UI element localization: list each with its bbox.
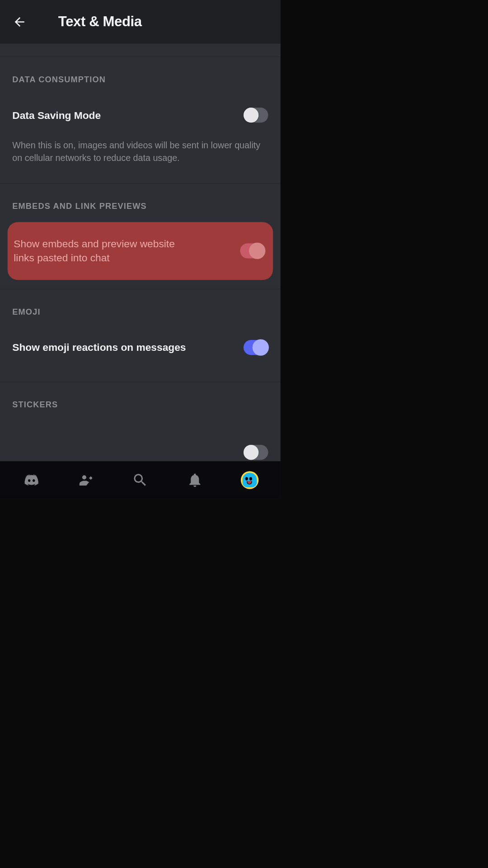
page-title: Text & Media bbox=[58, 14, 142, 30]
header-bar: Text & Media bbox=[0, 0, 281, 44]
toggle-knob bbox=[244, 445, 258, 460]
bottom-nav bbox=[0, 461, 281, 499]
back-button[interactable] bbox=[12, 14, 27, 29]
section-heading-embeds: EMBEDS AND LINK PREVIEWS bbox=[0, 184, 281, 218]
settings-content: DATA CONSUMPTION Data Saving Mode When t… bbox=[0, 44, 281, 461]
friends-icon bbox=[77, 472, 94, 488]
arrow-left-icon bbox=[12, 14, 27, 29]
nav-profile[interactable] bbox=[238, 468, 262, 492]
toggle-knob bbox=[244, 108, 258, 123]
search-icon bbox=[132, 472, 148, 488]
toggle-knob bbox=[249, 243, 265, 259]
setting-label: Show emoji reactions on messages bbox=[12, 341, 186, 354]
bell-icon bbox=[187, 472, 203, 488]
section-heading-emoji: EMOJI bbox=[0, 289, 281, 324]
nav-friends[interactable] bbox=[74, 468, 98, 492]
nav-notifications[interactable] bbox=[183, 468, 207, 492]
setting-data-saving-mode[interactable]: Data Saving Mode bbox=[0, 91, 281, 139]
setting-show-emoji-reactions[interactable]: Show emoji reactions on messages bbox=[0, 323, 281, 371]
section-heading-stickers: STICKERS bbox=[0, 382, 281, 416]
toggle-show-embeds[interactable] bbox=[240, 243, 265, 258]
section-heading-data-consumption: DATA CONSUMPTION bbox=[0, 57, 281, 91]
setting-label: Data Saving Mode bbox=[12, 108, 101, 122]
nav-search[interactable] bbox=[128, 468, 152, 492]
setting-description: When this is on, images and videos will … bbox=[0, 139, 281, 184]
toggle-knob bbox=[253, 339, 269, 355]
user-avatar bbox=[241, 471, 258, 489]
discord-icon bbox=[23, 472, 39, 488]
toggle-partial[interactable] bbox=[244, 445, 268, 460]
nav-discord[interactable] bbox=[19, 468, 43, 492]
partial-setting-row bbox=[0, 455, 281, 462]
content-spacer bbox=[0, 44, 281, 57]
toggle-data-saving-mode[interactable] bbox=[244, 108, 268, 123]
toggle-show-emoji-reactions[interactable] bbox=[244, 340, 268, 355]
setting-show-embeds-highlighted[interactable]: Show embeds and preview website links pa… bbox=[8, 222, 273, 280]
setting-label: Show embeds and preview website links pa… bbox=[12, 237, 197, 264]
